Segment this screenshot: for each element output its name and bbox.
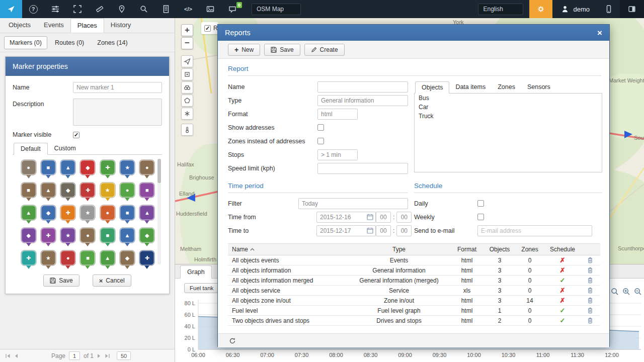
create-report-button[interactable]: Create [304, 44, 345, 56]
marker-icon[interactable]: ● [100, 205, 115, 220]
next-page-button[interactable] [97, 353, 101, 358]
help-button[interactable]: ? [22, 0, 44, 18]
marker-icon[interactable]: ▲ [41, 183, 56, 198]
col-header-name[interactable]: Name [228, 244, 349, 255]
app-logo[interactable] [0, 0, 22, 18]
refresh-button[interactable] [229, 337, 236, 344]
report-row[interactable]: All objects serviceServicexls30✗ [228, 286, 600, 296]
report-format-select[interactable] [317, 109, 358, 120]
close-icon[interactable]: × [597, 29, 602, 37]
marker-grid-scrollbar[interactable] [157, 159, 161, 264]
marker-icon[interactable]: ▲ [120, 228, 135, 243]
api-button[interactable]: </> [177, 0, 199, 18]
delete-report-button[interactable] [580, 276, 600, 285]
marker-description-input[interactable] [73, 99, 162, 126]
icon-tab-default[interactable]: Default [14, 143, 48, 155]
filter-select[interactable] [298, 198, 408, 209]
objects-list-item[interactable]: Truck [415, 112, 602, 121]
marker-icon[interactable]: ✚ [80, 183, 95, 198]
marker-icon[interactable]: ◆ [120, 250, 135, 265]
report-row[interactable]: All objects eventsEventshtml30✗ [228, 255, 600, 265]
time-from-hour-input[interactable] [376, 212, 391, 223]
marker-icon[interactable]: ✚ [60, 205, 75, 220]
marker-icon[interactable]: ◆ [60, 183, 75, 198]
report-row[interactable]: Two objects drives and stopsDrives and s… [228, 316, 600, 326]
mobile-button[interactable] [598, 0, 620, 18]
first-page-button[interactable] [5, 353, 11, 358]
marker-icon[interactable]: ● [60, 250, 75, 265]
delete-report-button[interactable] [580, 255, 600, 265]
email-input[interactable] [477, 225, 592, 236]
stops-select[interactable] [317, 149, 358, 160]
map-cluster-tool[interactable] [181, 108, 193, 120]
marker-name-input[interactable] [73, 82, 162, 93]
col-header-objects[interactable]: Objects [485, 244, 515, 255]
reports-button[interactable] [155, 0, 177, 18]
marker-icon[interactable]: ■ [139, 183, 154, 198]
search-button[interactable] [133, 0, 155, 18]
places-button[interactable] [111, 0, 133, 18]
delete-icon[interactable] [587, 307, 593, 314]
delete-icon[interactable] [587, 267, 593, 274]
objects-tab-data-items[interactable]: Data items [449, 81, 492, 94]
page-input[interactable] [69, 351, 80, 360]
marker-save-button[interactable]: Save [43, 275, 79, 287]
subtab-routes-0[interactable]: Routes (0) [49, 36, 90, 49]
col-header-zones[interactable]: Zones [515, 244, 545, 255]
fullscreen-button[interactable] [66, 0, 89, 18]
objects-list-item[interactable]: Car [415, 103, 602, 112]
time-to-hour-input[interactable] [376, 225, 391, 236]
show-addresses-checkbox[interactable] [317, 124, 324, 131]
gallery-button[interactable] [199, 0, 221, 18]
save-report-button[interactable]: Save [264, 44, 300, 56]
marker-icon[interactable]: ◆ [41, 205, 56, 220]
settings-button[interactable] [44, 0, 66, 18]
time-to-minute-input[interactable] [396, 225, 412, 236]
objects-tab-sensors[interactable]: Sensors [521, 81, 556, 94]
last-page-button[interactable] [105, 353, 110, 358]
tab-objects[interactable]: Objects [2, 18, 37, 33]
daily-checkbox[interactable] [477, 200, 484, 207]
icon-tab-custom[interactable]: Custom [48, 143, 83, 155]
panel-toggle-button[interactable] [620, 0, 644, 18]
marker-icon[interactable]: ● [21, 160, 36, 175]
zones-instead-checkbox[interactable] [317, 138, 324, 144]
delete-report-button[interactable] [580, 265, 600, 275]
marker-icon[interactable]: ★ [80, 205, 95, 220]
marker-icon[interactable]: ■ [120, 205, 135, 220]
map-layer-toggle[interactable]: ✓ R [201, 22, 218, 34]
calendar-icon[interactable] [367, 214, 373, 220]
marker-icon[interactable]: ■ [80, 250, 95, 265]
page-size-select[interactable]: 50 [117, 351, 131, 360]
delete-report-button[interactable] [580, 306, 600, 315]
delete-icon[interactable] [587, 297, 593, 304]
marker-icon[interactable]: ▲ [100, 250, 115, 265]
marker-icon[interactable]: ✚ [139, 250, 154, 265]
col-header-type[interactable]: Type [349, 244, 449, 255]
marker-icon[interactable]: ▲ [139, 205, 154, 220]
marker-icon[interactable]: ★ [60, 228, 75, 243]
marker-icon[interactable]: ■ [21, 183, 36, 198]
marker-icon[interactable]: ✚ [100, 160, 115, 175]
graph-zoom-in-button[interactable] [621, 287, 631, 296]
subtab-zones-14[interactable]: Zones (14) [92, 36, 133, 49]
report-row[interactable]: All objects information mergedGeneral in… [228, 276, 600, 286]
marker-cancel-button[interactable]: × Cancel [93, 275, 131, 287]
delete-icon[interactable] [587, 317, 593, 324]
tab-places[interactable]: Places [70, 18, 104, 33]
report-row[interactable]: Fuel levelFuel level graphhtml10✓ [228, 306, 600, 316]
delete-report-button[interactable] [580, 286, 600, 295]
map-type-select[interactable]: OSM Map [252, 4, 301, 15]
graph-zoom-reset-button[interactable] [610, 287, 619, 296]
marker-icon[interactable]: ● [120, 183, 135, 198]
calendar-icon[interactable] [367, 227, 373, 234]
marker-icon[interactable]: ★ [41, 250, 56, 265]
marker-icon[interactable]: ● [139, 160, 154, 175]
delete-report-button[interactable] [580, 296, 600, 305]
objects-tab-zones[interactable]: Zones [492, 81, 521, 94]
map-search-tool[interactable] [181, 81, 193, 94]
tab-history[interactable]: History [104, 18, 137, 33]
map-navigate-tool[interactable] [181, 55, 193, 67]
map-polygon-tool[interactable] [181, 95, 193, 107]
subtab-markers-0[interactable]: Markers (0) [4, 36, 47, 49]
